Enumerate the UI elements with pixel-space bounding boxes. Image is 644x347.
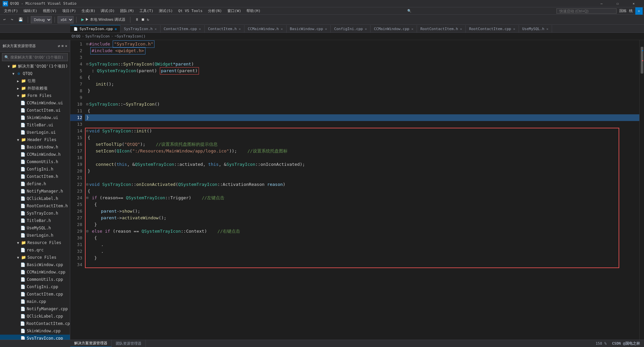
menu-build[interactable]: 生成(B): [79, 7, 98, 15]
sidebar-item-ccmainwindow-cpp[interactable]: 📄 CCMainWindow.cpp: [0, 268, 70, 276]
sidebar-item-titlebar-ui[interactable]: 📄 TitleBar.ui: [0, 121, 70, 129]
sidebar-item-form-files[interactable]: ▼ 📁 Form Files: [0, 92, 70, 99]
menu-test[interactable]: 测试(S): [156, 7, 176, 15]
menu-help[interactable]: 帮助(H): [244, 7, 263, 15]
sidebar-item-basicwindow-h[interactable]: 📄 BasicWindow.h: [0, 143, 70, 151]
fold-marker[interactable]: ⊟: [86, 41, 89, 47]
sidebar-item-titlebar-h[interactable]: 📄 TitleBar.h: [0, 217, 70, 224]
sidebar-item-commonutils-h[interactable]: 📄 CommonUtils.h: [0, 158, 70, 165]
menu-window[interactable]: 窗口(W): [225, 7, 244, 15]
editor-scrollbar[interactable]: [639, 40, 644, 340]
tab-ccmainwindow-h[interactable]: CCMainWindow.h ✕: [244, 25, 287, 32]
platform-select[interactable]: x64: [58, 16, 74, 23]
fold-marker[interactable]: ⊟: [86, 101, 89, 108]
toolbar-undo[interactable]: ↩: [1, 16, 8, 24]
tab-close-btn[interactable]: ✕: [365, 27, 367, 31]
tab-close-btn[interactable]: ✕: [411, 27, 413, 31]
debug-mode-select[interactable]: Debug: [31, 16, 52, 23]
sidebar-item-skinwindow-ui[interactable]: 📄 SkinWindow.ui: [0, 114, 70, 121]
run-debugger-button[interactable]: ▶ ▶ 本地 Windows 调试器: [79, 16, 127, 23]
tab-close-btn[interactable]: ✕: [325, 27, 327, 31]
sidebar-item-qclicklabel-h[interactable]: 📄 QClickLabel.h: [0, 195, 70, 202]
tab-contactitem-h[interactable]: ContactItem.h ✕: [205, 25, 244, 32]
sidebar-item-userlogin-ui[interactable]: 📄 UserLogin.ui: [0, 129, 70, 136]
tab-close-btn[interactable]: ✕: [199, 27, 201, 31]
sidebar-item-basicwindow-cpp[interactable]: 📄 BasicWindow.cpp: [0, 261, 70, 268]
sidebar-item-systrayicon-h[interactable]: 📄 SysTrayIcon.h: [0, 210, 70, 217]
menu-analyze[interactable]: 分析(N): [205, 7, 225, 15]
sidebar-item-configini-h[interactable]: 📄 ConfigIni.h: [0, 165, 70, 173]
sidebar-item-external-deps[interactable]: ▶ 📁 外部依赖项: [0, 85, 70, 92]
fold-marker[interactable]: ⊟: [86, 61, 89, 68]
menu-team[interactable]: 团队(M): [117, 7, 137, 15]
sidebar-item-references[interactable]: ▶ 📁 引用: [0, 77, 70, 85]
breadcrumb-file[interactable]: SysTrayIcon: [84, 34, 111, 38]
breadcrumb-project[interactable]: QtQQ: [70, 34, 82, 38]
sidebar-item-project[interactable]: ▼ ⚙ QTQQ: [0, 70, 70, 77]
maximize-button[interactable]: ☐: [610, 0, 625, 7]
tab-close-btn[interactable]: ✕: [281, 27, 283, 31]
breadcrumb-member[interactable]: ~SysTrayIcon(): [113, 34, 147, 38]
quick-search-input[interactable]: [556, 8, 617, 14]
sidebar-item-userlogin-h[interactable]: 📄 UserLogin.h: [0, 232, 70, 239]
sidebar-item-notifymanager-cpp[interactable]: 📄 NotifyManager.cpp: [0, 305, 70, 313]
close-button[interactable]: ✕: [626, 0, 641, 7]
tab-configini-cpp[interactable]: ConfigIni.cpp ✕: [331, 25, 370, 32]
sidebar-item-resource-files[interactable]: ▼ 📁 Resource Files: [0, 239, 70, 246]
tab-ccmainwindow-cpp[interactable]: CCMainWindow.cpp ✕: [370, 25, 417, 32]
menu-tools[interactable]: 工具(T): [137, 7, 156, 15]
sidebar-item-commonutils-cpp[interactable]: 📄 CommonUtils.cpp: [0, 276, 70, 283]
tab-solution-explorer[interactable]: 解决方案资源管理器: [70, 340, 112, 347]
tab-basicwindow-cpp[interactable]: BasicWindow.cpp ✕: [287, 25, 331, 32]
toolbar-extra[interactable]: ⏸ ⏹ ↻: [133, 16, 151, 24]
tab-systrayicon-h[interactable]: SysTrayIcon.h ✕: [120, 25, 160, 32]
minimize-button[interactable]: —: [594, 0, 609, 7]
menu-edit[interactable]: 编辑(E): [21, 7, 40, 15]
sidebar-properties-btn[interactable]: ≡: [62, 44, 64, 48]
toolbar-save[interactable]: 💾: [16, 16, 25, 24]
menu-file[interactable]: 文件(F): [1, 7, 21, 15]
fold-marker[interactable]: ⊟: [86, 181, 89, 188]
toolbar-redo[interactable]: ↪: [9, 16, 15, 24]
sidebar-item-notifymanager-h[interactable]: 📄 NotifyManager.h: [0, 188, 70, 195]
sidebar-search-box[interactable]: 🔍 搜索解决方案'QtQQ'(1个项目): [2, 53, 68, 61]
code-editor[interactable]: ⊟ #include "SysTrayIcon.h" #include <qwi…: [85, 40, 639, 340]
sidebar-close-btn[interactable]: ✕: [65, 44, 67, 48]
tab-modified-indicator[interactable]: ●: [115, 27, 117, 31]
tab-rootcontactitem-cpp[interactable]: RootContactItem.cpp ✕: [466, 25, 519, 32]
sidebar-item-configini-cpp[interactable]: 📄 ConfigIni.cpp: [0, 283, 70, 291]
tab-close-btn[interactable]: ✕: [513, 27, 515, 31]
sidebar-item-skinwindow-cpp[interactable]: 📄 SkinWindow.cpp: [0, 327, 70, 335]
sidebar-item-define-h[interactable]: 📄 define.h: [0, 180, 70, 188]
sidebar-item-contactitem-h[interactable]: 📄 ContactItem.h: [0, 173, 70, 180]
sidebar-item-contactitem-ui[interactable]: 📄 ContactItem.ui: [0, 107, 70, 114]
tab-close-btn[interactable]: ✕: [154, 27, 156, 31]
fold-marker[interactable]: ⊟: [86, 128, 89, 134]
sidebar-item-ccmainwindow-h[interactable]: 📄 CCMainWindow.h: [0, 151, 70, 158]
menu-view[interactable]: 视图(V): [40, 7, 60, 15]
tab-usemysql-h[interactable]: UseMySQL.h ✕: [519, 25, 552, 32]
tab-contactitem-cpp[interactable]: ContactItem.cpp ✕: [160, 25, 205, 32]
fold-marker[interactable]: ⊟: [86, 228, 89, 235]
sidebar-item-ccmainwindow-ui[interactable]: 📄 CCMainWindow.ui: [0, 99, 70, 107]
sidebar-item-source-files[interactable]: ▼ 📁 Source Files: [0, 254, 70, 261]
sidebar-item-usemysql-h[interactable]: 📄 UseMySQL.h: [0, 224, 70, 232]
menu-qtvs[interactable]: Qt VS Tools: [176, 7, 205, 15]
sidebar-item-solution[interactable]: ▼ 📁 解决方案'QtQQ'(1个项目): [0, 63, 70, 70]
tab-systrayicon-cpp[interactable]: 📄 SysTrayIcon.cpp ●: [70, 25, 120, 32]
tab-close-btn[interactable]: ✕: [239, 27, 241, 31]
sidebar-item-main-cpp[interactable]: 📄 main.cpp: [0, 298, 70, 305]
code-area[interactable]: 1 2 3 4 5 6 7 8 9 10 11 12 13 14 15 16 1…: [70, 40, 644, 340]
sidebar-item-systrayicon-cpp[interactable]: 📄 SysTrayIcon.cpp: [0, 335, 70, 340]
sidebar-item-rootcontactitem-cpp[interactable]: 📄 RootContactItem.cpp: [0, 320, 70, 327]
sidebar-item-res-qrc[interactable]: 📄 res.qrc: [0, 246, 70, 254]
tab-close-btn[interactable]: ✕: [460, 27, 462, 31]
sidebar-item-header-files[interactable]: ▼ 📁 Header Files: [0, 136, 70, 143]
tab-team-explorer[interactable]: 团队资源管理器: [112, 340, 146, 347]
tab-close-btn[interactable]: ✕: [546, 27, 548, 31]
tab-rootcontactitem-h[interactable]: RootContactItem.h ✕: [417, 25, 466, 32]
sidebar-sync-btn[interactable]: ⇄: [58, 44, 60, 48]
sidebar-item-qclicklabel-cpp[interactable]: 📄 QClickLabel.cpp: [0, 313, 70, 320]
menu-debug[interactable]: 调试(D): [98, 7, 117, 15]
fold-marker[interactable]: ⊟: [86, 195, 89, 201]
